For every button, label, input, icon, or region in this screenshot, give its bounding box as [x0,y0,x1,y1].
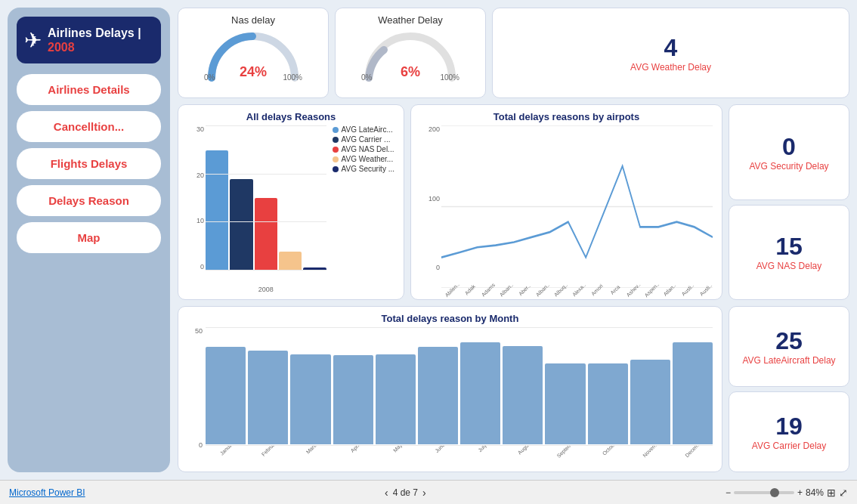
weather-delay-value: 6% [401,64,420,80]
sidebar-title-text: Airlines Delays | [48,26,141,39]
month-label-jan: January [212,446,254,465]
next-page-button[interactable]: › [422,487,426,499]
plane-icon: ✈ [24,28,42,53]
legend-nas: AVG NAS Del... [333,145,394,153]
monthly-y-axis: 50 0 [187,327,203,465]
weather-delay-wrap: 6% 0% 100% [361,29,459,82]
legend-label-late: AVG LateAirc... [342,125,393,134]
status-bar: Microsoft Power BI ‹ 4 de 7 › − + 84% ⊞ … [0,480,857,504]
nav-map[interactable]: Map [17,222,161,253]
nas-gauge-100: 100% [283,73,302,82]
bar-nas [255,198,277,271]
legend-dot-security [333,166,339,172]
y-label-30: 30 [187,125,204,133]
bar-march [290,327,330,444]
month-label-sep: September [551,446,593,465]
zoom-minus[interactable]: − [726,487,731,498]
airport-y-0: 0 [420,264,440,271]
bar-december [673,327,713,444]
nav-airlines-details[interactable]: Airlines Details [17,74,161,105]
monthly-chart: Total delays reason by Month 50 0 [178,306,722,472]
month-label-mar: March [296,446,339,465]
bar-april [333,327,373,444]
nav-cancellation[interactable]: Cancelltion... [17,111,161,142]
expand-icon[interactable]: ⤢ [839,487,848,499]
airport-x-labels: Abilen.. Adak Adams Alban.. Aber.. Alban… [420,288,713,293]
nas-gauge-0: 0% [204,73,215,82]
weather-gauge-0: 0% [361,73,372,82]
sidebar-header: ✈ Airlines Delays | 2008 [17,17,161,63]
month-label-jun: June [424,446,466,465]
bar-november [630,327,670,444]
all-delays-title: All delays Reasons [187,111,394,122]
weather-delay-title: Weather Delay [378,14,443,26]
security-metric: 0 AVG Security Delay [729,104,849,200]
month-label-feb: February [254,446,296,465]
month-label-jul: July [466,446,509,465]
top-row: Nas delay 24% 0% 100% Weather Delay [178,8,849,98]
nas-delay-value: 24% [240,64,267,80]
legend-late-aircraft: AVG LateAirc... [333,125,394,134]
nas-delay-wrap: 24% 0% 100% [204,29,302,82]
y-label-10: 10 [187,217,204,224]
zoom-thumb[interactable] [770,488,779,497]
monthly-bars-container [206,327,713,446]
nas-delay-title: Nas delay [231,14,275,26]
late-aircraft-metric: 25 AVG LateAircraft Delay [729,306,849,387]
all-delays-bars [206,125,326,271]
legend-security: AVG Security ... [333,165,394,173]
prev-page-button[interactable]: ‹ [385,487,388,499]
all-delays-panel: All delays Reasons 30 20 10 0 [178,104,404,300]
late-aircraft-value: 25 [775,327,803,355]
top-metric-card: 4 AVG Weather Delay [492,8,849,98]
carrier-metric: 19 AVG Carrier Delay [729,391,849,472]
nav-delays-reason[interactable]: Delays Reason [17,185,161,216]
bar-october [588,327,628,444]
bar-security [303,267,326,271]
status-bar-center: ‹ 4 de 7 › [85,487,726,499]
bar-june [418,327,458,444]
zoom-slider[interactable] [734,491,794,494]
bar-may [376,327,416,444]
nas-label: AVG NAS Delay [756,261,821,271]
top-metric-value: 4 [664,34,678,62]
legend-dot-weather [333,156,339,162]
security-label: AVG Security Delay [749,161,828,172]
bar-late-aircraft [206,150,228,271]
month-label-nov: November [636,446,679,465]
main-content: Nas delay 24% 0% 100% Weather Delay [178,8,849,472]
security-value: 0 [782,133,796,161]
legend-weather: AVG Weather... [333,155,394,163]
month-label-may: May [381,446,423,465]
airport-delays-panel: Total delays reasons by airpots 200 100 … [410,104,722,300]
monthly-y-0: 0 [187,441,203,449]
bar-carrier [230,179,252,271]
weather-delay-gauge: Weather Delay 6% 0% 100% [335,8,486,98]
fit-icon[interactable]: ⊞ [827,487,836,499]
powerbi-link[interactable]: Microsoft Power BI [9,487,85,498]
airport-line-svg [441,125,713,288]
nas-delay-gauge: Nas delay 24% 0% 100% [178,8,329,98]
nas-value: 15 [775,233,803,261]
all-delays-legend: AVG LateAirc... AVG Carrier ... AVG NAS … [333,125,394,293]
nav-flights-delays[interactable]: Flights Delays [17,148,161,179]
bar-february [248,327,288,444]
nas-metric: 15 AVG NAS Delay [729,205,849,301]
x-axis-2008: 2008 [187,286,326,293]
airport-y-100: 100 [420,195,440,203]
bar-september [545,327,585,444]
zoom-control: − + 84% ⊞ ⤢ [726,487,848,499]
legend-label-carrier: AVG Carrier ... [342,135,391,144]
legend-label-security: AVG Security ... [342,165,394,173]
right-metrics: 0 AVG Security Delay 15 AVG NAS Delay [729,104,849,300]
late-aircraft-label: AVG LateAircraft Delay [742,355,835,366]
weather-gauge-100: 100% [440,73,459,82]
legend-dot-nas [333,147,339,153]
month-label-dec: December [679,446,713,465]
bar-august [503,327,543,444]
carrier-label: AVG Carrier Delay [752,441,826,451]
legend-label-nas: AVG NAS Del... [342,145,394,153]
legend-label-weather: AVG Weather... [342,155,394,163]
y-label-0: 0 [187,263,204,271]
zoom-plus[interactable]: + [797,487,803,498]
